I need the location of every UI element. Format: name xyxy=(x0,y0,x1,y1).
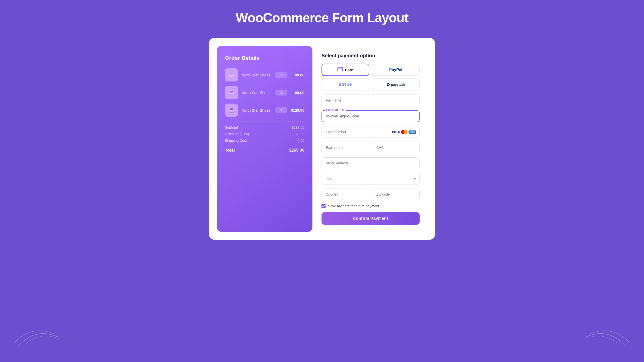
amex-icon: AMEX xyxy=(409,130,416,134)
email-group: Email address xyxy=(321,110,420,122)
card-brand-icons: VISA AMEX xyxy=(392,130,416,134)
visa-icon: VISA xyxy=(392,130,400,134)
main-card: Order Details North Star Shoes 123 99.00… xyxy=(209,38,435,240)
total-label: Total xyxy=(225,148,235,153)
svg-rect-8 xyxy=(230,108,233,110)
item-price: 69.00 xyxy=(291,90,304,95)
cvc-group xyxy=(372,142,420,153)
order-panel: Order Details North Star Shoes 123 99.00… xyxy=(217,46,312,232)
order-title: Order Details xyxy=(225,55,304,61)
zip-input[interactable] xyxy=(372,189,420,200)
cvc-input[interactable] xyxy=(372,142,420,153)
city-group: City New York Los Angeles Chicago ▾ xyxy=(321,173,420,185)
full-name-group xyxy=(321,95,420,106)
svg-rect-10 xyxy=(338,68,343,69)
card-method-label: Card xyxy=(345,68,353,72)
discount-label: Discount (10%) xyxy=(225,132,249,136)
shipping-label: Shipping Cost xyxy=(225,139,247,143)
stripe-method-button[interactable]: stripe xyxy=(321,78,369,90)
save-card-checkbox[interactable] xyxy=(321,204,326,208)
billing-group xyxy=(321,157,420,169)
order-divider xyxy=(225,121,304,121)
item-image xyxy=(225,104,238,117)
order-item: North Star Shoes 123 $120.00 xyxy=(225,104,304,117)
paypal-method-button[interactable]: PayPal xyxy=(372,64,420,76)
discount-value: -29.00 xyxy=(294,132,304,136)
item-price: 99.00 xyxy=(291,73,304,77)
email-input[interactable] xyxy=(322,111,419,122)
email-label: Email address xyxy=(325,108,346,112)
total-value: $269.00 xyxy=(289,148,304,153)
stripe-icon: stripe xyxy=(339,82,352,87)
page-title: WooCommerce Form Layout xyxy=(236,10,409,25)
subtotal-row: Subtotal $299.00 xyxy=(225,125,304,129)
payment-panel: Select payment option Card PayPal xyxy=(312,46,427,232)
paystack-icon: paystack xyxy=(386,83,405,86)
card-icon xyxy=(337,67,343,72)
shipping-value: 0.00 xyxy=(298,139,304,143)
total-row: Total $269.00 xyxy=(225,145,304,153)
item-price: $120.00 xyxy=(291,108,304,112)
svg-rect-11 xyxy=(338,70,340,70)
subtotal-label: Subtotal xyxy=(225,125,238,129)
item-qty-stepper[interactable]: 123 xyxy=(275,107,287,113)
country-zip-row xyxy=(321,189,420,200)
item-name: North Star Shoes xyxy=(242,73,272,77)
payment-methods: Card PayPal stripe paystack xyxy=(321,64,420,90)
save-card-row: Save my card for future payment xyxy=(321,204,420,208)
item-qty-stepper[interactable]: 123 xyxy=(275,72,287,78)
country-input[interactable] xyxy=(321,189,369,200)
card-method-button[interactable]: Card xyxy=(321,64,369,76)
svg-rect-2 xyxy=(230,73,233,75)
save-card-label: Save my card for future payment xyxy=(328,204,379,208)
order-item: North Star Shoes 123 99.00 xyxy=(225,68,304,81)
shipping-row: Shipping Cost 0.00 xyxy=(225,139,304,143)
paystack-method-button[interactable]: paystack xyxy=(372,78,420,90)
full-name-input[interactable] xyxy=(321,95,420,106)
item-image xyxy=(225,68,238,81)
order-item: North Star Shoes 123 69.00 xyxy=(225,86,304,99)
mastercard-icon xyxy=(401,130,408,134)
discount-row: Discount (10%) -29.00 xyxy=(225,132,304,136)
confirm-payment-button[interactable]: Confirm Payment xyxy=(321,212,420,225)
expiry-input[interactable] xyxy=(321,142,369,153)
item-name: North Star Shoes xyxy=(242,90,272,95)
payment-title: Select payment option xyxy=(321,53,420,59)
item-name: North Star Shoes xyxy=(242,108,272,112)
expiry-cvc-row xyxy=(321,142,420,153)
card-number-group: VISA AMEX xyxy=(321,126,420,138)
billing-input[interactable] xyxy=(321,157,420,169)
subtotal-value: $299.00 xyxy=(292,125,304,129)
expiry-group xyxy=(321,142,369,153)
zip-group xyxy=(372,189,420,200)
item-qty-stepper[interactable]: 123 xyxy=(275,90,287,96)
paypal-icon: PayPal xyxy=(389,68,402,72)
city-select[interactable]: City New York Los Angeles Chicago xyxy=(322,173,419,184)
item-image xyxy=(225,86,238,99)
country-group xyxy=(321,189,369,200)
svg-rect-5 xyxy=(229,91,233,93)
